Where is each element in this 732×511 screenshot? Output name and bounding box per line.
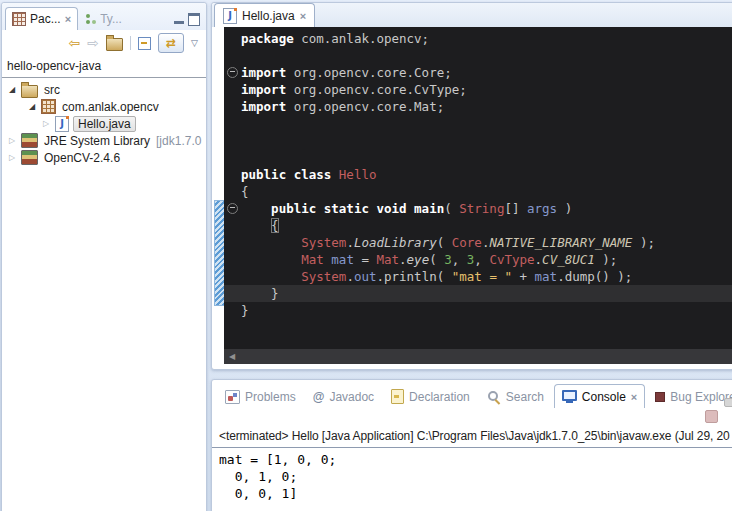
type-hierarchy-icon <box>84 13 96 25</box>
tree-item-jre-system-library[interactable]: ▷JRE System Library[jdk1.7.0 <box>2 132 206 149</box>
terminate-icon[interactable] <box>705 410 718 423</box>
console-line: mat = [1, 0, 0; <box>219 451 336 468</box>
toolbar-separator <box>130 36 131 50</box>
code-line[interactable]: System.LoadLibrary( Core.NATIVE_LIBRARY_… <box>241 234 732 251</box>
tab-label: Bug Explorer <box>670 390 732 404</box>
tab-label: Declaration <box>409 390 470 404</box>
console-tabbar: Problems@JavadocDeclarationSearchConsole… <box>212 380 732 408</box>
package-icon <box>41 99 56 114</box>
console-panel: Problems@JavadocDeclarationSearchConsole… <box>211 379 732 511</box>
tree-item-label: JRE System Library <box>42 134 152 148</box>
tree-item-label: com.anlak.opencv <box>60 100 161 114</box>
code-line[interactable]: Mat mat = Mat.eye( 3, 3, CvType.CV_8UC1 … <box>241 251 732 268</box>
close-icon[interactable]: × <box>65 13 71 25</box>
code-line[interactable]: System.out.println( "mat = " + mat.dump(… <box>241 268 732 285</box>
horizontal-scrollbar[interactable]: ◀ <box>224 349 732 364</box>
console-output[interactable]: mat = [1, 0, 0; 0, 1, 0; 0, 0, 1] <box>219 451 336 502</box>
tab-console[interactable]: Console× <box>554 384 645 408</box>
declaration-icon <box>391 389 404 404</box>
code-editor[interactable]: package com.anlak.opencv;import org.open… <box>224 27 732 349</box>
back-icon[interactable]: ⇦ <box>69 36 81 50</box>
tab-type-hierarchy[interactable]: Ty... <box>78 8 128 30</box>
java-file-icon: J <box>223 8 237 24</box>
collapsed-arrow-icon[interactable]: ▷ <box>7 136 17 145</box>
bug-icon <box>655 392 665 402</box>
go-up-icon[interactable] <box>106 38 123 51</box>
console-divider <box>212 447 732 448</box>
code-line[interactable]: { <box>241 217 732 234</box>
source-folder-icon <box>21 85 38 98</box>
eclipse-window: Pac... × Ty... ⇦ ⇨ ⇄ ▽ hello-opencv-java… <box>0 0 732 511</box>
tree-item-com-anlak-opencv[interactable]: ◢com.anlak.opencv <box>2 98 206 115</box>
maximize-icon[interactable] <box>188 13 200 26</box>
tree-item-label: src <box>42 83 62 97</box>
collapse-all-icon[interactable] <box>138 37 151 50</box>
code-lines[interactable]: package com.anlak.opencv;import org.open… <box>241 27 732 349</box>
forward-icon[interactable]: ⇨ <box>87 36 99 50</box>
console-line: 0, 1, 0; <box>219 468 336 485</box>
tab-javadoc[interactable]: @Javadoc <box>306 385 381 408</box>
close-icon[interactable]: × <box>631 391 637 403</box>
tab-label: Javadoc <box>329 390 374 404</box>
code-line[interactable]: } <box>224 285 732 302</box>
tab-hello-java[interactable]: J Hello.java × <box>214 3 315 27</box>
library-icon <box>21 150 38 165</box>
expanded-arrow-icon[interactable]: ◢ <box>7 85 17 94</box>
tree-item-opencv-2-4-6[interactable]: ▷OpenCV-2.4.6 <box>2 149 206 166</box>
code-line[interactable]: package com.anlak.opencv; <box>241 30 732 47</box>
collapsed-arrow-icon[interactable]: ▷ <box>41 119 51 128</box>
code-line[interactable] <box>241 132 732 149</box>
console-toolbar-button[interactable] <box>724 398 732 407</box>
collapsed-arrow-icon[interactable]: ▷ <box>7 153 17 162</box>
package-explorer-toolbar: ⇦ ⇨ ⇄ ▽ <box>2 30 206 56</box>
fold-collapse-icon[interactable] <box>227 67 238 78</box>
code-line[interactable]: import org.opencv.core.CvType; <box>241 81 732 98</box>
scroll-left-icon[interactable]: ◀ <box>229 352 235 361</box>
javadoc-icon: @ <box>313 390 325 404</box>
code-line[interactable]: public static void main( String[] args ) <box>241 200 732 217</box>
console-icon <box>562 390 577 403</box>
package-explorer-icon <box>12 12 26 26</box>
tree-item-src[interactable]: ◢src <box>2 81 206 98</box>
editor-panel: J Hello.java × package com.anlak.opencv;… <box>211 2 732 370</box>
tab-label: Search <box>506 390 544 404</box>
tab-label: Ty... <box>100 12 122 26</box>
project-root[interactable]: hello-opencv-java <box>2 56 206 78</box>
package-explorer-panel: Pac... × Ty... ⇦ ⇨ ⇄ ▽ hello-opencv-java… <box>1 2 207 511</box>
console-line: 0, 0, 1] <box>219 485 336 502</box>
code-line[interactable]: } <box>241 302 732 319</box>
tab-label: Problems <box>245 390 296 404</box>
close-icon[interactable]: × <box>300 10 306 22</box>
tree-item-label: OpenCV-2.4.6 <box>42 151 122 165</box>
tab-declaration[interactable]: Declaration <box>384 385 477 408</box>
tab-package-explorer[interactable]: Pac... × <box>5 7 78 30</box>
code-line[interactable] <box>241 115 732 132</box>
tab-problems[interactable]: Problems <box>218 385 303 408</box>
code-line[interactable] <box>241 47 732 64</box>
code-line[interactable]: import org.opencv.core.Mat; <box>241 98 732 115</box>
code-line[interactable] <box>241 149 732 166</box>
library-icon <box>21 133 38 148</box>
tab-bug-explorer[interactable]: Bug Explorer <box>648 385 732 408</box>
tab-label: Pac... <box>30 12 61 26</box>
view-menu-icon[interactable]: ▽ <box>191 38 198 48</box>
code-line[interactable]: { <box>241 183 732 200</box>
java-file-icon: J <box>55 116 69 132</box>
tree-item-label: Hello.java <box>73 116 136 132</box>
minimize-icon[interactable] <box>174 12 184 24</box>
code-line[interactable]: import org.opencv.core.Core; <box>241 64 732 81</box>
panel-tab-bar: Pac... × Ty... <box>2 3 206 30</box>
editor-tab-label: Hello.java <box>242 9 295 23</box>
editor-tab-bar: J Hello.java × <box>212 3 732 27</box>
console-status: <terminated> Hello [Java Application] C:… <box>219 429 732 443</box>
tab-search[interactable]: Search <box>480 385 551 408</box>
expanded-arrow-icon[interactable]: ◢ <box>27 102 37 111</box>
tree-item-hello-java[interactable]: ▷JHello.java <box>2 115 206 132</box>
link-with-editor-button[interactable]: ⇄ <box>158 33 184 53</box>
tab-label: Console <box>582 390 626 404</box>
fold-collapse-icon[interactable] <box>227 203 238 214</box>
tree-item-suffix: [jdk1.7.0 <box>156 134 201 148</box>
problems-icon <box>225 390 240 404</box>
code-line[interactable]: public class Hello <box>241 166 732 183</box>
search-icon <box>487 390 501 403</box>
